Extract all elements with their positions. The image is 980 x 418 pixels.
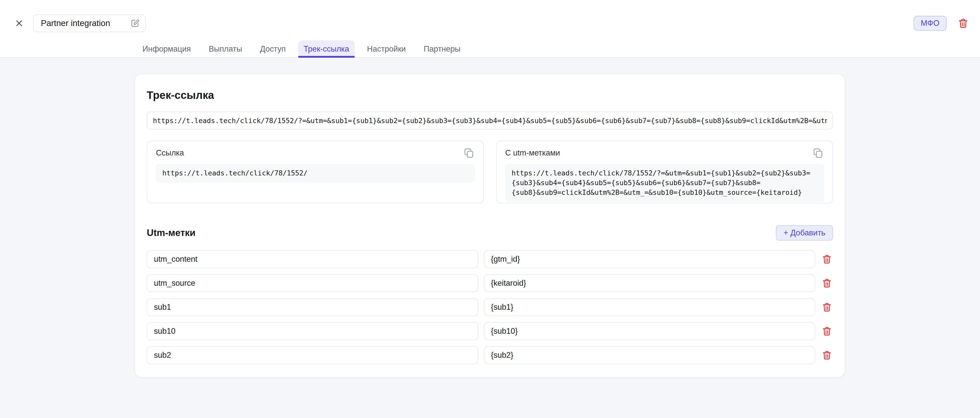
card-title: Трек-ссылка — [147, 89, 833, 101]
tab-access[interactable]: Доступ — [255, 40, 291, 58]
close-icon — [14, 18, 24, 28]
track-url-field[interactable] — [147, 112, 833, 129]
tab-track-link[interactable]: Трек-ссылка — [298, 40, 355, 58]
delete-integration-button[interactable] — [958, 18, 969, 29]
utm-row — [147, 346, 833, 364]
utm-link-value-line: https://t.leads.tech/click/78/1552/?=&ut… — [512, 168, 818, 178]
utm-key-input[interactable] — [147, 346, 478, 364]
integration-title-field[interactable] — [33, 14, 146, 32]
copy-link-button[interactable] — [463, 147, 475, 159]
utm-value-input[interactable] — [484, 346, 815, 364]
header-left — [14, 14, 146, 32]
copy-icon — [812, 147, 824, 159]
utm-value-input[interactable] — [484, 322, 815, 340]
utm-row — [147, 250, 833, 268]
utm-rows — [147, 250, 833, 364]
link-value: https://t.leads.tech/click/78/1552/ — [162, 168, 468, 178]
header: МФО Информация Выплаты Доступ Трек-ссылк… — [0, 0, 980, 58]
utm-row — [147, 298, 833, 316]
delete-utm-row-button[interactable] — [821, 278, 833, 289]
tab-settings[interactable]: Настройки — [361, 40, 411, 58]
utm-key-input[interactable] — [147, 298, 478, 316]
header-right: МФО — [914, 16, 969, 30]
delete-utm-row-button[interactable] — [821, 254, 833, 265]
tab-information[interactable]: Информация — [137, 40, 197, 58]
copy-utm-link-button[interactable] — [812, 147, 824, 159]
trash-icon — [822, 254, 832, 265]
utm-link-value-line: {sub3}&sub4={sub4}&sub5={sub5}&sub6={sub… — [512, 178, 818, 188]
utm-link-box: С utm-метками https://t.leads.tech/click… — [496, 141, 833, 203]
type-badge[interactable]: МФО — [914, 16, 947, 30]
utm-key-input[interactable] — [147, 250, 478, 268]
add-utm-button[interactable]: + Добавить — [776, 225, 833, 241]
utm-value-input[interactable] — [484, 298, 815, 316]
utm-value-input[interactable] — [484, 250, 815, 268]
utm-link-box-label: С utm-метками — [505, 147, 560, 158]
tab-bar: Информация Выплаты Доступ Трек-ссылка На… — [137, 40, 466, 58]
utm-key-input[interactable] — [147, 274, 478, 292]
utm-value-input[interactable] — [484, 274, 815, 292]
utm-row — [147, 274, 833, 292]
delete-utm-row-button[interactable] — [821, 302, 833, 313]
utm-section-header: Utm-метки + Добавить — [147, 225, 833, 241]
copy-icon — [463, 147, 475, 159]
link-box-label: Ссылка — [156, 147, 184, 158]
edit-icon — [130, 18, 140, 28]
link-box: Ссылка https://t.leads.tech/click/78/155… — [147, 141, 484, 203]
utm-section-title: Utm-метки — [147, 228, 196, 238]
track-link-card: Трек-ссылка Ссылка https://t.leads.tech/… — [135, 74, 845, 378]
integration-title-input[interactable] — [40, 18, 127, 28]
trash-icon — [822, 325, 832, 337]
delete-utm-row-button[interactable] — [821, 325, 833, 337]
delete-utm-row-button[interactable] — [821, 349, 833, 361]
utm-row — [147, 322, 833, 340]
close-button[interactable] — [14, 18, 24, 28]
edit-title-button[interactable] — [130, 18, 140, 28]
link-boxes-row: Ссылка https://t.leads.tech/click/78/155… — [147, 141, 833, 203]
tab-partners[interactable]: Партнеры — [418, 40, 466, 58]
utm-link-value-box: https://t.leads.tech/click/78/1552/?=&ut… — [505, 164, 824, 201]
trash-icon — [958, 18, 969, 29]
trash-icon — [822, 349, 832, 361]
utm-link-value-line: {sub8}&sub9=clickId&utm%2B=&utm_=&sub10=… — [512, 188, 818, 197]
link-value-box: https://t.leads.tech/click/78/1552/ — [156, 164, 475, 182]
trash-icon — [822, 302, 832, 313]
utm-key-input[interactable] — [147, 322, 478, 340]
trash-icon — [822, 278, 832, 289]
tab-payouts[interactable]: Выплаты — [203, 40, 248, 58]
